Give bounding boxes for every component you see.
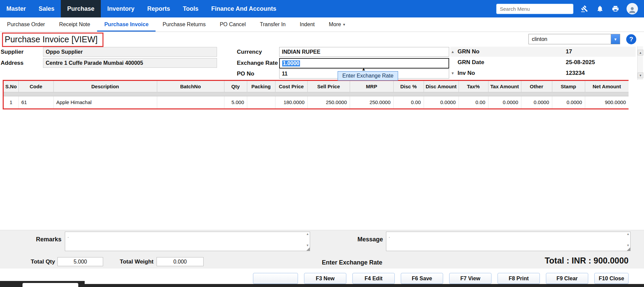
currency-field[interactable]: INDIAN RUPEE [279,47,449,57]
gavel-icon[interactable] [580,4,589,13]
bell-icon[interactable] [596,4,604,13]
cell-description[interactable]: Apple Himachal [53,96,157,108]
col-header-disc-amount: Disc Amount [424,81,459,92]
col-header-qty: Qty [224,81,247,92]
scrollbar-down-icon[interactable]: ▼ [638,73,643,78]
tab-transfer-in[interactable]: Transfer In [253,17,293,32]
menu-item-inventory[interactable]: Inventory [101,0,141,17]
tab-po-cancel[interactable]: PO Cancel [213,17,253,32]
menu-item-master[interactable]: Master [0,0,32,17]
main-menu: Master Sales Purchase Inventory Reports … [0,0,283,17]
f4-edit-button[interactable]: F4 Edit [352,273,395,284]
grn-date-row: GRN Date 25-08-2025 [450,57,636,67]
cell-qty[interactable]: 5.000 [224,96,247,108]
taskbar-search-box[interactable] [23,283,78,287]
inv-no-value: 123234 [566,70,585,77]
function-button-bar: F3 New F4 Edit F6 Save F7 View F8 Print … [253,273,629,284]
grn-no-row: ▲ GRN No 17 [450,47,636,57]
message-scroll-up-icon[interactable]: ▲ [627,232,630,236]
cell-tax-amount[interactable]: 0.0000 [488,96,521,108]
remarks-input[interactable]: . ▲ ▼ [65,232,310,251]
grand-total: Total : INR : 900.0000 [545,256,629,266]
cell-sell-price[interactable]: 250.0000 [307,96,350,108]
cell-cost-price[interactable]: 180.0000 [275,96,307,108]
remarks-scroll-down-icon[interactable]: ▼ [306,244,309,247]
message-resize-grip[interactable] [627,247,630,251]
total-weight-label: Total Weight [117,258,154,265]
col-header-other: Other [521,81,552,92]
col-header-code: Code [18,81,53,92]
panel-scroll-down-icon[interactable]: ▼ [451,71,455,75]
invoice-header-form: Supplier Oppo Supplier Address Centre 1 … [0,46,644,80]
total-qty-field[interactable]: 5.000 [57,257,103,266]
remarks-text: . [68,234,69,239]
f10-close-button[interactable]: F10 Close [594,273,629,284]
total-qty-label: Total Qty [22,258,55,265]
menu-item-finance-and-accounts[interactable]: Finance And Accounts [205,0,283,17]
grid-spacer-row [4,92,629,96]
page-title: Purchase Invoice [VIEW] [2,33,103,47]
col-header-sell-price: Sell Price [307,81,350,92]
user-avatar[interactable] [627,3,638,14]
f9-clear-button[interactable]: F9 Clear [546,273,588,284]
chevron-down-icon: ▾ [343,22,345,27]
help-button[interactable]: ? [626,34,636,44]
tab-purchase-returns[interactable]: Purchase Returns [156,17,213,32]
f3-new-button[interactable]: F3 New [304,273,346,284]
col-header-mrp: MRP [350,81,393,92]
message-input[interactable]: . ▲ ▼ [386,232,631,251]
combo-dropdown-button[interactable]: ▼ [611,34,620,44]
remarks-scroll-up-icon[interactable]: ▲ [306,232,309,236]
remarks-resize-grip[interactable] [306,247,310,251]
tab-purchase-invoice[interactable]: Purchase Invoice [97,17,156,32]
cell-net-amount[interactable]: 900.0000 [585,96,629,108]
cell-packing[interactable] [247,96,275,108]
menu-item-sales[interactable]: Sales [32,0,61,17]
user-select-input[interactable] [529,34,611,44]
scrollbar-up-icon[interactable]: ▲ [638,50,643,55]
tab-more[interactable]: More ▾ [322,17,352,32]
cell-code[interactable]: 61 [18,96,53,108]
address-field[interactable]: Centre 1 Cuffe Parade Mumbai 400005 [43,58,217,68]
supplier-field[interactable]: Oppo Supplier [43,47,217,57]
printer-icon[interactable] [611,4,620,13]
tab-more-label: More [329,21,341,28]
menu-item-tools[interactable]: Tools [176,0,205,17]
tab-indent[interactable]: Indent [293,17,321,32]
cell-disc-pct[interactable]: 0.00 [393,96,424,108]
grn-date-label: GRN Date [458,59,484,66]
grn-date-value: 25-08-2025 [566,59,595,66]
po-no-label: PO No [237,70,254,77]
address-label: Address [1,60,24,66]
panel-scroll-up-icon[interactable]: ▲ [451,50,455,54]
search-menu-input[interactable] [496,4,573,14]
f8-print-button[interactable]: F8 Print [498,273,540,284]
table-row[interactable]: 1 61 Apple Himachal 5.000 180.0000 250.0… [4,96,629,108]
message-scroll-down-icon[interactable]: ▼ [627,244,630,247]
cell-other[interactable]: 0.0000 [521,96,552,108]
grn-no-value: 17 [566,48,572,55]
col-header-disc-pct: Disc % [393,81,424,92]
message-label: Message [347,236,383,243]
tab-purchase-order[interactable]: Purchase Order [0,17,52,32]
col-header-description: Description [53,81,157,92]
cell-mrp[interactable]: 250.0000 [350,96,393,108]
blank-button[interactable] [253,273,298,284]
total-weight-field[interactable]: 0.000 [157,257,204,266]
title-row: Purchase Invoice [VIEW] ▼ ? [0,32,644,47]
f6-save-button[interactable]: F6 Save [401,273,443,284]
cell-sno[interactable]: 1 [4,96,18,108]
menu-item-purchase[interactable]: Purchase [61,0,101,17]
cell-disc-amount[interactable]: 0.0000 [424,96,459,108]
f7-view-button[interactable]: F7 View [449,273,491,284]
tab-receipt-note[interactable]: Receipt Note [52,17,97,32]
cell-tax-pct[interactable]: 0.00 [459,96,488,108]
col-header-sno: S.No [4,81,18,92]
dropdown-arrow-icon: ▼ [614,37,617,41]
form-scrollbar[interactable]: ▲ ▼ [637,46,643,80]
grid-header-row: S.No Code Description BatchNo Qty Packin… [4,81,629,92]
menu-item-reports[interactable]: Reports [141,0,176,17]
cell-batchno[interactable] [157,96,224,108]
cell-stamp[interactable]: 0.0000 [552,96,585,108]
col-header-tax-pct: Tax% [459,81,488,92]
